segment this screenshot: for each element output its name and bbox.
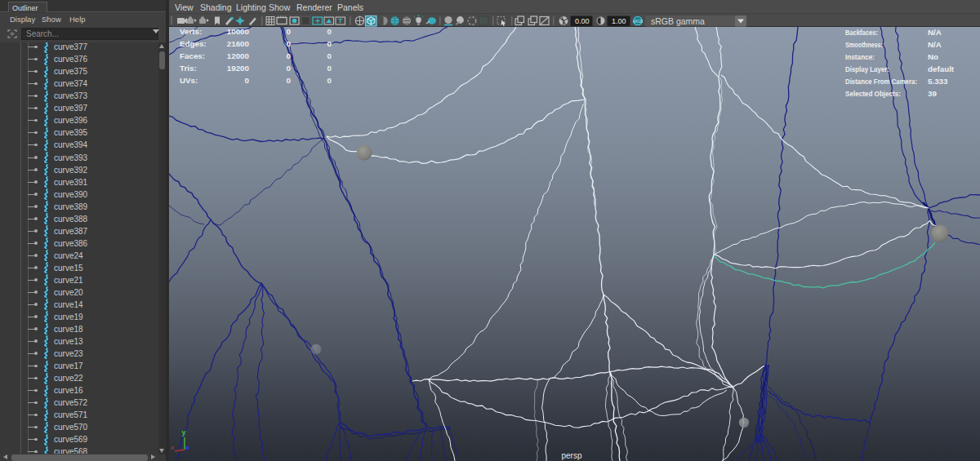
- svg-text:UVs:: UVs:: [180, 76, 198, 85]
- svg-text:N/A: N/A: [928, 28, 942, 37]
- svg-text:T: T: [338, 17, 342, 24]
- svg-text:Faces:: Faces:: [180, 51, 205, 60]
- svg-text:Instance:: Instance:: [845, 52, 875, 61]
- svg-text:1.00: 1.00: [612, 17, 626, 25]
- svg-text:Verts:: Verts:: [180, 27, 202, 36]
- svg-text:5.333: 5.333: [928, 77, 948, 86]
- svg-text:12000: 12000: [227, 51, 250, 60]
- svg-text:21600: 21600: [227, 39, 250, 48]
- svg-text:Selected Objects:: Selected Objects:: [845, 89, 901, 98]
- svg-text:0.00: 0.00: [575, 17, 590, 25]
- svg-text:Distance From Camera:: Distance From Camera:: [845, 77, 917, 86]
- svg-text:sRGB: sRGB: [633, 20, 643, 24]
- svg-text:0: 0: [245, 76, 250, 85]
- svg-text:Display Layer:: Display Layer:: [845, 64, 889, 73]
- svg-text:x: x: [171, 444, 174, 451]
- svg-text:persp: persp: [561, 451, 581, 460]
- svg-text:0: 0: [287, 39, 292, 48]
- svg-text:0: 0: [327, 64, 332, 73]
- svg-text:0: 0: [287, 27, 292, 36]
- svg-text:No: No: [928, 52, 938, 61]
- svg-text:0: 0: [327, 76, 332, 85]
- svg-text:Tris:: Tris:: [180, 64, 197, 73]
- svg-text:N/A: N/A: [928, 40, 942, 49]
- svg-text:Backfaces:: Backfaces:: [845, 28, 878, 37]
- svg-text:default: default: [928, 64, 955, 73]
- svg-text:0: 0: [287, 64, 292, 73]
- svg-text:0: 0: [327, 51, 332, 60]
- svg-text:0: 0: [327, 39, 332, 48]
- svg-text:10000: 10000: [227, 27, 250, 36]
- svg-text:39: 39: [928, 89, 937, 98]
- svg-text:0: 0: [287, 51, 292, 60]
- svg-text:Edges:: Edges:: [180, 39, 207, 48]
- svg-text:Smoothness:: Smoothness:: [845, 40, 883, 49]
- svg-text:0: 0: [327, 27, 332, 36]
- svg-text:0: 0: [287, 76, 292, 85]
- svg-text:19200: 19200: [227, 64, 250, 73]
- svg-text:sRGB gamma: sRGB gamma: [651, 16, 705, 26]
- svg-text:y: y: [181, 428, 185, 437]
